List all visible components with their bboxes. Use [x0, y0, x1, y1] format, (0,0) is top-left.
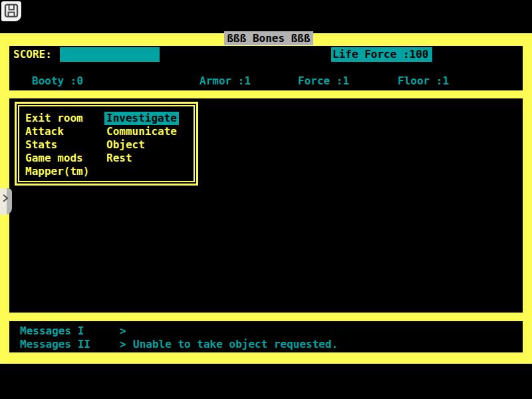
menu-item-rest[interactable]: Rest [106, 152, 179, 165]
menu-item-attack[interactable]: Attack [25, 125, 106, 138]
score-value: 0 [149, 63, 156, 75]
menu-item-stats[interactable]: Stats [25, 138, 106, 152]
save-button[interactable] [1, 1, 21, 21]
menu-item-game-mods[interactable]: Game mods [25, 152, 106, 165]
main-room-panel: Exit room Attack Stats Game mods Mapper(… [9, 98, 523, 313]
messages-panel: Messages I > Messages II > Unable to tak… [9, 321, 523, 352]
menu-item-investigate[interactable]: Investigate [104, 112, 179, 125]
command-menu-inner: Exit room Attack Stats Game mods Mapper(… [18, 105, 195, 182]
stat-armor: Armor :1 [200, 74, 251, 88]
menu-item-communicate[interactable]: Communicate [106, 125, 179, 138]
message-row: Messages II > Unable to take object requ… [9, 338, 523, 351]
command-menu-right-column: Investigate Communicate Object Rest [106, 112, 179, 181]
game-screen: ßßß Bones ßßß SCORE: 0 Life Force :100 B… [0, 0, 532, 399]
score-label: SCORE: [13, 48, 52, 61]
message-prompt: > [120, 325, 126, 338]
stat-force: Force :1 [298, 74, 349, 88]
status-header-panel: SCORE: 0 Life Force :100 Booty :0 Armor … [9, 46, 523, 90]
floppy-disk-icon [4, 3, 19, 20]
stat-floor: Floor :1 [398, 74, 449, 88]
sidebar-expand-tab[interactable] [0, 188, 12, 215]
menu-item-exit-room[interactable]: Exit room [25, 112, 106, 125]
command-menu-left-column: Exit room Attack Stats Game mods Mapper(… [25, 112, 106, 181]
command-menu: Exit room Attack Stats Game mods Mapper(… [15, 102, 198, 186]
menu-item-mapper[interactable]: Mapper(tm) [25, 165, 106, 178]
score-bar: 0 [60, 47, 160, 62]
message-text: Unable to take object requested. [133, 338, 338, 351]
stat-booty: Booty :0 [32, 74, 83, 88]
message-prompt: > [120, 338, 126, 351]
message-label: Messages II [20, 338, 90, 351]
message-row: Messages I > [9, 325, 523, 338]
message-label: Messages I [20, 325, 84, 338]
life-force-badge: Life Force :100 [331, 47, 432, 62]
window-title: ßßß Bones ßßß [224, 31, 313, 45]
menu-item-object[interactable]: Object [106, 138, 179, 152]
